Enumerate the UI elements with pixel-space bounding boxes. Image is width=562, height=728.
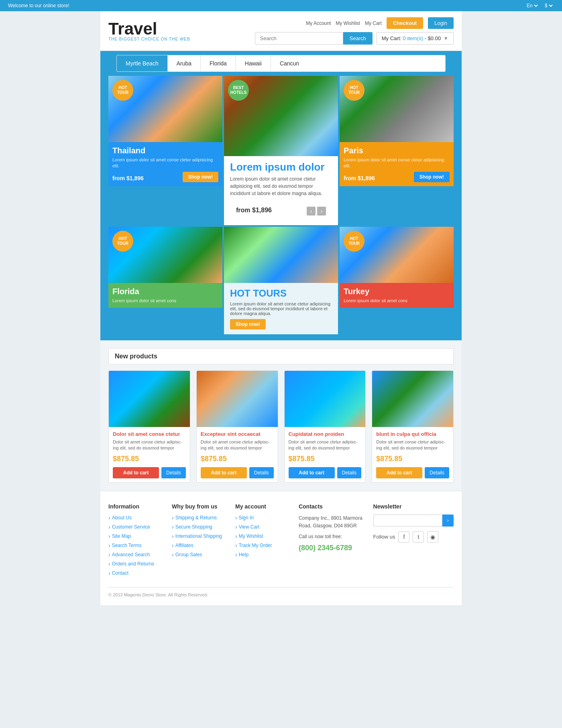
product-price-3: $875.85 (289, 455, 362, 463)
footer-link-affiliates[interactable]: Affiliates (172, 542, 227, 549)
nav-tab-myrtle-beach[interactable]: Myrtle Beach (117, 55, 168, 71)
footer-why-list: Shipping & Returns Secure Shopping Inter… (172, 514, 227, 558)
footer-contacts-title: Contacts (299, 503, 365, 510)
banner-paris-title: Paris (344, 146, 450, 155)
banner-thailand-shop-btn[interactable]: Shop now! (183, 172, 218, 182)
newsletter-input[interactable] (373, 514, 442, 527)
footer-link-sign-in[interactable]: Sign In (235, 514, 291, 521)
product-title-1: Dolor sit amet conse ctetur (113, 431, 186, 437)
add-to-cart-button-1[interactable]: Add to cart (113, 467, 159, 478)
cart-label: My Cart: 0 item(s) - $0.00 (382, 35, 441, 41)
footer-link-search-terms[interactable]: Search Terms (108, 542, 164, 549)
checkout-button[interactable]: Checkout (387, 17, 423, 29)
footer-address: Company Inc., 8901 Marmora Road, Glasgow… (299, 514, 365, 530)
product-desc-3: Dolor sit amet conse ctetur adipisc-ing … (289, 439, 362, 451)
product-card-2: Excepteur sint occaecat Dolor sit amet c… (196, 370, 278, 483)
banner-paris[interactable]: HOTTOUR Paris Lorem ipsum dolor sit amet… (340, 76, 454, 225)
footer-link-group-sales[interactable]: Group Sales (172, 551, 227, 558)
banner-lorem-caption: Lorem ipsum dolor Lorem ipsum dolor sit … (224, 156, 338, 225)
banner-thailand[interactable]: HOTTOUR Thailand Lorem ipsum dolor sit a… (108, 76, 222, 225)
banner-lorem[interactable]: BESTHOTELS Lorem ipsum dolor Lorem ipsum… (224, 76, 338, 225)
footer-why-title: Why buy from us (172, 503, 227, 510)
footer-link-advanced-search[interactable]: Advanced Search (108, 551, 164, 558)
banner-paris-badge: HOTTOUR (344, 80, 364, 101)
banner-prev-btn[interactable]: ‹ (307, 207, 316, 216)
footer-link-contact[interactable]: Contact (108, 570, 164, 576)
currency-select[interactable]: $ (543, 2, 554, 9)
my-cart-link[interactable]: My Cart (365, 20, 382, 26)
nav-section: Myrtle Beach Aruba Florida Hawaii Cancun (100, 51, 462, 76)
banner-turkey-badge: HOTTOUR (344, 231, 364, 252)
footer-link-view-cart[interactable]: View Cart (235, 524, 291, 530)
top-bar-right: En $ (525, 2, 554, 9)
login-button[interactable]: Login (428, 17, 454, 29)
banner-hot-tours[interactable]: HOT TOURS Lorem ipsum dolor sit amet con… (224, 227, 338, 334)
details-button-3[interactable]: Details (337, 467, 362, 478)
products-grid: Dolor sit amet conse ctetur Dolor sit am… (108, 370, 454, 483)
footer-link-shipping[interactable]: Shipping & Returns (172, 514, 227, 521)
product-body-4: blunt in culpa qui officia Dolor sit ame… (372, 427, 453, 482)
footer-link-secure-shopping[interactable]: Secure Shopping (172, 524, 227, 530)
banner-turkey-title: Turkey (344, 287, 450, 296)
footer-link-help[interactable]: Help (235, 551, 291, 558)
nav-tab-aruba[interactable]: Aruba (168, 55, 201, 71)
banner-paris-shop-btn[interactable]: Shop now! (414, 172, 450, 182)
follow-us-label: Follow us (373, 534, 395, 540)
banner-thailand-badge: HOTTOUR (112, 80, 133, 101)
banner-paris-price: from $1,896 (344, 175, 375, 181)
details-button-2[interactable]: Details (249, 467, 274, 478)
add-to-cart-button-4[interactable]: Add to cart (376, 467, 422, 478)
banner-next-btn[interactable]: › (317, 207, 326, 216)
footer-link-orders-returns[interactable]: Orders and Returns (108, 561, 164, 567)
banner-hot-tours-shop-btn[interactable]: Shop now! (230, 319, 266, 329)
footer-link-about[interactable]: About Us (108, 514, 164, 521)
product-actions-1: Add to cart Details (113, 467, 186, 478)
my-account-link[interactable]: My Account (306, 20, 331, 26)
new-products-title: New products (115, 353, 157, 360)
twitter-icon[interactable]: t (413, 531, 424, 543)
product-price-2: $875.85 (201, 455, 274, 463)
language-select[interactable]: En (525, 2, 539, 9)
search-input[interactable] (255, 32, 343, 45)
my-wishlist-link[interactable]: My Wishlist (336, 20, 360, 26)
footer-newsletter-title: Newsletter (373, 503, 454, 510)
footer-phone: (800) 2345-6789 (299, 544, 365, 552)
footer-link-customer-service[interactable]: Customer Service (108, 524, 164, 530)
footer-col-why: Why buy from us Shipping & Returns Secur… (172, 503, 227, 579)
footer-link-track-order[interactable]: Track My Order (235, 542, 291, 549)
nav-tabs: Myrtle Beach Aruba Florida Hawaii Cancun (116, 55, 446, 72)
product-card-1: Dolor sit amet conse ctetur Dolor sit am… (108, 370, 190, 483)
footer-link-site-map[interactable]: Site Map (108, 533, 164, 539)
footer-link-wishlist[interactable]: My Wishlist (235, 533, 291, 539)
cart-dropdown[interactable]: My Cart: 0 item(s) - $0.00 ▼ (377, 32, 454, 45)
nav-tab-hawaii[interactable]: Hawaii (236, 55, 271, 71)
product-desc-2: Dolor sit amet conse ctetur adipisc-ing … (201, 439, 274, 451)
newsletter-subscribe-btn[interactable]: › (442, 514, 454, 527)
rss-icon[interactable]: ◉ (427, 531, 438, 543)
product-desc-1: Dolor sit amet conse ctetur adipisc-ing … (113, 439, 186, 451)
footer-toll-free-label: Call us now toll free: (299, 533, 365, 541)
banner-florida[interactable]: HOTTOUR Florida Lorem ipsum dolor sit am… (108, 227, 222, 334)
search-button[interactable]: Search (343, 32, 373, 45)
footer-link-intl-shipping[interactable]: International Shipping (172, 533, 227, 539)
banner-florida-badge: HOTTOUR (112, 231, 133, 252)
logo-title: Travel (108, 20, 190, 37)
top-bar: Welcome to our online store! En $ (0, 0, 562, 11)
product-title-3: Cupidatat non proiden (289, 431, 362, 437)
details-button-1[interactable]: Details (161, 467, 186, 478)
details-button-4[interactable]: Details (425, 467, 449, 478)
facebook-icon[interactable]: f (398, 531, 409, 543)
banner-turkey[interactable]: HOTTOUR Turkey Lorem ipsum dolor sit ame… (340, 227, 454, 334)
banner-thailand-price-row: from $1,896 Shop now! (112, 172, 218, 182)
header-nav: My Account My Wishlist My Cart Checkout … (306, 17, 454, 29)
copyright-text: © 2013 Magento Demo Store. All Rights Re… (108, 592, 208, 597)
banner-paris-caption: Paris Lorem ipsum dolor sit amet conse c… (340, 142, 454, 186)
product-image-3 (285, 371, 366, 427)
new-products-section: New products Dolor sit amet conse ctetur… (100, 340, 462, 491)
add-to-cart-button-2[interactable]: Add to cart (201, 467, 247, 478)
add-to-cart-button-3[interactable]: Add to cart (289, 467, 335, 478)
banner-lorem-desc: Lorem ipsum dolor sit amet conse ctetur … (230, 175, 332, 197)
banner-lorem-title: Lorem ipsum dolor (230, 161, 332, 173)
nav-tab-cancun[interactable]: Cancun (271, 55, 308, 71)
nav-tab-florida[interactable]: Florida (201, 55, 236, 71)
